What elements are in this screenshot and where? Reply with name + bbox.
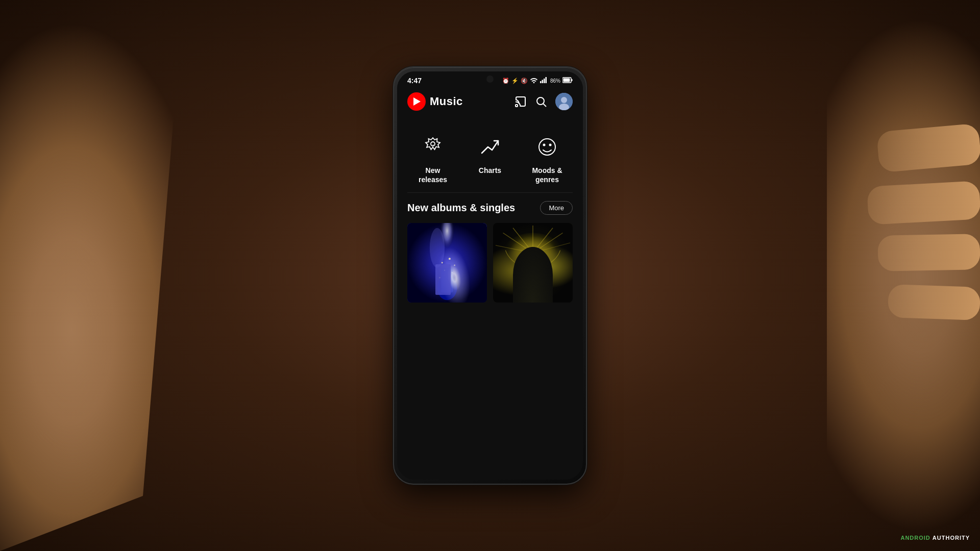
finger-3 [877,234,980,271]
app-title: Music [430,95,463,108]
svg-point-39 [518,251,548,290]
svg-point-26 [454,265,455,266]
signal-icon [540,77,547,84]
album-art-1 [407,223,487,303]
svg-rect-2 [542,80,543,84]
svg-rect-4 [545,77,547,83]
section-header: New albums & singles More [407,201,573,215]
svg-point-25 [442,262,443,264]
album-card-2[interactable] [493,223,573,303]
svg-point-0 [533,82,534,84]
camera-notch [486,76,494,83]
finger-1 [876,123,980,172]
svg-line-10 [544,104,547,107]
status-time: 4:47 [407,77,422,85]
svg-rect-3 [544,79,545,83]
svg-point-12 [561,97,567,103]
alarm-icon: ⏰ [502,78,509,84]
svg-point-27 [444,270,445,271]
logo-area: Music [407,92,463,111]
svg-point-41 [526,248,540,262]
category-moods-genres[interactable]: Moods &genres [520,126,575,192]
watermark-authority: AUTHORITY [933,535,970,541]
svg-point-29 [439,277,440,279]
svg-point-9 [537,97,544,105]
svg-line-33 [513,228,533,253]
new-albums-section: New albums & singles More [397,193,583,309]
svg-line-32 [503,233,533,253]
battery-icon [562,77,573,84]
yt-play-triangle [413,97,421,106]
hand-left-bg [0,0,179,551]
category-new-releases[interactable]: ♪ Newreleases [405,126,460,192]
svg-point-16 [539,139,555,155]
search-button[interactable] [535,95,547,108]
watermark: ANDROID AUTHORITY [900,535,970,541]
new-releases-icon-wrap: ♪ [420,134,446,160]
charts-icon [479,136,501,158]
mute-icon: 🔇 [521,78,528,84]
svg-rect-30 [493,223,573,303]
svg-point-21 [430,228,445,268]
new-releases-icon: ♪ [422,136,444,158]
charts-label: Charts [479,166,501,175]
battery-text: 86% [550,78,560,84]
svg-rect-23 [441,268,453,293]
phone-screen: 4:47 ⏰ ⚡ 🔇 [397,71,583,480]
category-charts[interactable]: Charts [462,126,518,192]
svg-point-24 [449,258,451,260]
wifi-icon [530,77,538,84]
scene: 4:47 ⏰ ⚡ 🔇 [0,0,980,551]
svg-rect-8 [516,105,518,107]
svg-rect-6 [572,79,573,81]
yt-music-logo [407,92,426,111]
category-grid: ♪ Newreleases Charts [397,126,583,192]
hand-right-bg [827,0,980,551]
phone: 4:47 ⏰ ⚡ 🔇 [393,66,587,485]
header-actions [514,93,573,110]
section-title: New albums & singles [407,202,515,214]
svg-line-35 [533,228,553,253]
app-header: Music [397,87,583,116]
svg-point-40 [524,247,542,269]
album-card-1[interactable] [407,223,487,303]
new-releases-label: Newreleases [419,166,447,184]
watermark-android: ANDROID [900,535,930,541]
finger-2 [867,181,980,224]
moods-genres-icon [536,136,558,158]
finger-4 [888,284,980,320]
bluetooth-icon: ⚡ [511,78,519,84]
spacer [397,116,583,126]
more-button[interactable]: More [540,201,573,215]
phone-body: 4:47 ⏰ ⚡ 🔇 [393,66,587,485]
svg-point-31 [503,233,563,273]
user-avatar[interactable] [555,93,573,110]
moods-genres-label: Moods &genres [532,166,562,184]
svg-line-37 [533,243,570,253]
svg-point-18 [549,144,552,146]
svg-rect-7 [564,79,570,82]
cast-button[interactable] [514,95,527,108]
svg-text:♪: ♪ [432,143,434,147]
status-icons: ⏰ ⚡ 🔇 [502,77,573,84]
svg-point-22 [437,276,457,300]
svg-rect-1 [540,81,542,83]
svg-point-17 [543,144,546,146]
svg-line-38 [496,245,533,253]
album-row [407,223,573,303]
svg-line-36 [533,233,563,253]
album-art-2 [493,223,573,303]
svg-point-28 [452,272,453,273]
charts-icon-wrap [477,134,503,160]
moods-genres-icon-wrap [534,134,560,160]
